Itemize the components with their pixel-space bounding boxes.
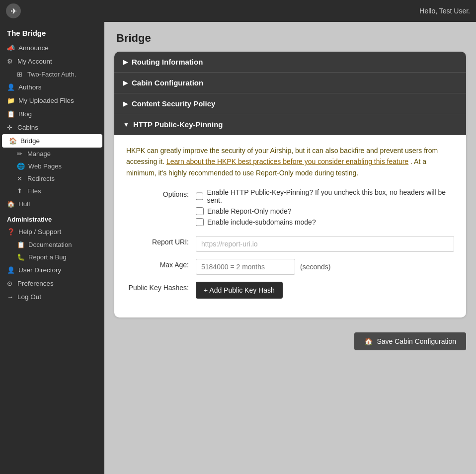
public-key-hashes-controls: + Add Public Key Hash — [196, 282, 454, 299]
sidebar-item-label: My Account — [17, 58, 52, 65]
sidebar-item-label: Announce — [18, 44, 49, 52]
sidebar-item-label: Bridge — [20, 137, 40, 145]
enable-subdomains-checkbox[interactable] — [196, 218, 204, 226]
report-uri-label: Report URI: — [126, 236, 196, 246]
report-uri-input[interactable] — [196, 236, 454, 252]
report-uri-row: Report URI: — [126, 236, 454, 252]
sidebar-item-label: Two-Factor Auth. — [27, 71, 76, 78]
sidebar-item-label: Hull — [18, 200, 30, 208]
public-key-hashes-label: Public Key Hashes: — [126, 282, 196, 292]
sidebar-item-label: Help / Support — [18, 228, 61, 236]
sidebar-item-label: Redirects — [27, 175, 55, 182]
chevron-down-icon: ▼ — [123, 121, 129, 128]
user-directory-icon: 👤 — [7, 266, 15, 274]
sidebar-item-cabins[interactable]: ✛ Cabins — [0, 121, 104, 134]
main-content: Bridge ▶ Routing Information ▶ Cabin Con… — [104, 22, 476, 474]
sidebar-item-label: Documentation — [28, 241, 72, 248]
accordion-label: Cabin Configuration — [132, 79, 203, 87]
web-pages-icon: 🌐 — [17, 162, 25, 170]
sidebar-item-label: Preferences — [17, 280, 54, 287]
logo-icon: ✈ — [6, 3, 21, 18]
sidebar-item-label: Files — [27, 187, 41, 195]
sidebar-item-report-bug[interactable]: 🐛 Report a Bug — [0, 251, 104, 263]
redirects-icon: ✕ — [17, 175, 24, 182]
sidebar-item-label: Authors — [18, 83, 42, 91]
bridge-icon: 🏠 — [9, 137, 17, 145]
enable-hkpk-checkbox[interactable] — [196, 192, 203, 200]
home-icon: 🏠 — [364, 337, 373, 345]
sidebar-item-uploaded-files[interactable]: 📁 My Uploaded Files — [0, 94, 104, 107]
topbar: ✈ Hello, Test User. — [0, 0, 476, 22]
sidebar-item-label: Cabins — [17, 124, 38, 131]
checkbox-enable-hkpk[interactable]: Enable HTTP Public-Key-Pinning? If you u… — [196, 188, 454, 204]
accordion-routing-information[interactable]: ▶ Routing Information — [114, 52, 466, 73]
accordion-label: HTTP Public-Key-Pinning — [133, 120, 223, 129]
sidebar-item-label: Log Out — [17, 293, 41, 301]
sidebar-item-label: User Directory — [18, 266, 61, 274]
hkpk-description: HKPK can greatly improve the security of… — [126, 145, 454, 178]
sidebar-item-blog[interactable]: 📋 Blog — [0, 107, 104, 121]
enable-report-only-label: Enable Report-Only mode? — [207, 207, 292, 215]
sidebar-item-log-out[interactable]: → Log Out — [0, 290, 104, 304]
sidebar-item-announce[interactable]: 📣 Announce — [0, 41, 104, 55]
save-cabin-configuration-button[interactable]: 🏠 Save Cabin Configuration — [354, 332, 466, 350]
sidebar-item-redirects[interactable]: ✕ Redirects — [0, 172, 104, 185]
accordion-label: Content Security Policy — [132, 99, 215, 108]
accordion-content-security-policy[interactable]: ▶ Content Security Policy — [114, 93, 466, 114]
uploaded-files-icon: 📁 — [7, 97, 15, 104]
options-controls: Enable HTTP Public-Key-Pinning? If you u… — [196, 188, 454, 229]
sidebar-item-bridge[interactable]: 🏠 Bridge — [2, 134, 102, 148]
add-public-key-hash-button[interactable]: + Add Public Key Hash — [196, 282, 283, 299]
options-row: Options: Enable HTTP Public-Key-Pinning?… — [126, 188, 454, 229]
checkbox-subdomains[interactable]: Enable include-subdomains mode? — [196, 218, 454, 226]
announce-icon: 📣 — [7, 44, 15, 52]
sidebar-item-authors[interactable]: 👤 Authors — [0, 80, 104, 94]
save-row: 🏠 Save Cabin Configuration — [114, 327, 466, 355]
preferences-icon: ⊙ — [7, 280, 14, 287]
enable-subdomains-label: Enable include-subdomains mode? — [207, 218, 316, 226]
sidebar-item-my-account[interactable]: ⚙ My Account — [0, 55, 104, 68]
sidebar-item-two-factor-auth[interactable]: ⊞ Two-Factor Auth. — [0, 68, 104, 80]
accordion-cabin-configuration[interactable]: ▶ Cabin Configuration — [114, 73, 466, 93]
max-age-input[interactable] — [196, 259, 295, 275]
report-uri-controls — [196, 236, 454, 252]
docs-icon: 📋 — [17, 241, 25, 248]
chevron-right-icon: ▶ — [123, 59, 128, 66]
max-age-unit: (seconds) — [300, 263, 330, 271]
sidebar-item-label: My Uploaded Files — [18, 97, 74, 104]
sidebar: The Bridge 📣 Announce ⚙ My Account ⊞ Two… — [0, 22, 104, 474]
my-account-icon: ⚙ — [7, 58, 14, 65]
enable-hkpk-label: Enable HTTP Public-Key-Pinning? If you u… — [207, 188, 454, 204]
sidebar-item-hull[interactable]: 🏠 Hull — [0, 197, 104, 211]
files-icon: ⬆ — [17, 187, 24, 195]
accordion-http-public-key-pinning[interactable]: ▼ HTTP Public-Key-Pinning — [114, 114, 466, 135]
options-label: Options: — [126, 188, 196, 198]
save-button-label: Save Cabin Configuration — [377, 337, 456, 345]
sidebar-item-label: Report a Bug — [28, 253, 67, 261]
max-age-label: Max Age: — [126, 259, 196, 269]
chevron-right-icon: ▶ — [123, 79, 128, 86]
sidebar-item-user-directory[interactable]: 👤 User Directory — [0, 263, 104, 277]
greeting: Hello, Test User. — [419, 7, 470, 15]
two-factor-icon: ⊞ — [17, 71, 24, 78]
max-age-controls: (seconds) — [196, 259, 454, 275]
sidebar-item-label: Web Pages — [28, 162, 62, 170]
manage-icon: ✏ — [17, 150, 24, 158]
public-key-hashes-row: Public Key Hashes: + Add Public Key Hash — [126, 282, 454, 299]
administrative-section-header: Administrative — [0, 211, 104, 225]
sidebar-item-documentation[interactable]: 📋 Documentation — [0, 238, 104, 251]
sidebar-item-label: Blog — [18, 110, 32, 118]
sidebar-brand: The Bridge — [0, 22, 104, 41]
enable-report-only-checkbox[interactable] — [196, 207, 204, 215]
checkbox-report-only[interactable]: Enable Report-Only mode? — [196, 207, 454, 215]
blog-icon: 📋 — [7, 110, 15, 118]
hkpk-body: HKPK can greatly improve the security of… — [114, 135, 466, 317]
sidebar-item-files[interactable]: ⬆ Files — [0, 185, 104, 197]
sidebar-item-manage[interactable]: ✏ Manage — [0, 148, 104, 160]
accordion-label: Routing Information — [132, 58, 203, 66]
hkpk-link[interactable]: Learn about the HKPK best practices befo… — [166, 158, 408, 165]
sidebar-item-web-pages[interactable]: 🌐 Web Pages — [0, 160, 104, 172]
sidebar-item-preferences[interactable]: ⊙ Preferences — [0, 277, 104, 290]
cabins-icon: ✛ — [7, 124, 14, 131]
sidebar-item-help-support[interactable]: ❓ Help / Support — [0, 225, 104, 238]
